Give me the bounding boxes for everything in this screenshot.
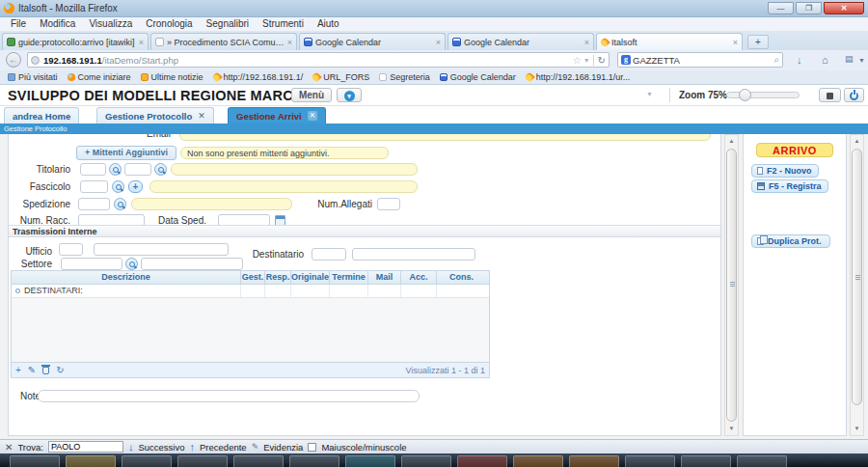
taskbar-button[interactable] — [569, 455, 619, 467]
titolario-code-input[interactable] — [80, 163, 106, 176]
back-button[interactable]: ← — [6, 52, 21, 68]
minimize-button[interactable]: — — [768, 2, 794, 14]
highlight-button[interactable]: Evidenzia — [263, 442, 303, 453]
fascicolo-add-icon[interactable]: + — [128, 180, 143, 193]
expand-icon[interactable] — [15, 288, 20, 293]
fascicolo-search-icon[interactable] — [112, 180, 124, 193]
destinatario-code-input[interactable] — [312, 248, 346, 261]
toolbar-caret-icon[interactable]: ▼ — [858, 57, 865, 64]
num-allegati-input[interactable] — [377, 198, 400, 210]
bookmark-google-calendar[interactable]: Google Calendar — [436, 72, 520, 82]
close-button[interactable]: ✕ — [824, 2, 864, 14]
col-acc[interactable]: Acc. — [401, 271, 437, 284]
menu-aiuto[interactable]: Aiuto — [311, 17, 346, 31]
browser-tab-gcal-2[interactable]: Google Calendar × — [448, 33, 594, 50]
taskbar-button[interactable] — [66, 455, 116, 467]
col-originale[interactable]: Originale — [291, 271, 330, 284]
scroll-down-icon[interactable]: ▼ — [851, 423, 863, 435]
bookmarks-menu-icon[interactable]: ▤ — [845, 54, 854, 64]
tab-close-icon[interactable]: ✕ — [198, 111, 205, 121]
app-tab-gestione-arrivi[interactable]: Gestione Arrivi ✕ — [228, 107, 326, 124]
table-row[interactable]: DESTINATARI: — [12, 285, 489, 298]
downloads-icon[interactable]: ↓ — [797, 54, 802, 66]
google-icon[interactable]: g — [621, 55, 631, 65]
taskbar-button[interactable] — [10, 455, 60, 467]
taskbar-button[interactable] — [345, 455, 395, 467]
app-menu-button[interactable]: Menù — [291, 88, 332, 102]
note-input[interactable] — [38, 390, 420, 402]
bookmark-piu-visitati[interactable]: Più visitati — [4, 72, 62, 82]
scrollbar-thumb[interactable] — [726, 149, 737, 422]
taskbar-button[interactable] — [737, 455, 787, 467]
form-scrollbar[interactable]: ▲ ▼ — [724, 134, 739, 436]
scroll-up-icon[interactable]: ▲ — [851, 135, 863, 148]
spedizione-search-icon[interactable] — [114, 198, 126, 210]
page-scrollbar[interactable]: ▲ ▼ — [850, 134, 864, 436]
app-tab-home[interactable]: andrea Home — [4, 107, 79, 124]
delete-row-icon[interactable] — [42, 367, 49, 374]
windows-taskbar[interactable] — [0, 453, 868, 467]
taskbar-button[interactable] — [233, 455, 284, 467]
browser-tab-scia[interactable]: » Procedimento SCIA Comune di Cor... × — [150, 33, 297, 50]
taskbar-button[interactable] — [289, 455, 339, 467]
find-input[interactable] — [48, 441, 123, 453]
taskbar-button[interactable] — [401, 455, 451, 467]
new-tab-button[interactable]: + — [747, 35, 769, 49]
add-row-icon[interactable]: + — [15, 364, 21, 377]
col-termine[interactable]: Termine — [330, 271, 368, 284]
titolario-sub-input[interactable] — [124, 163, 151, 176]
bookmark-come-iniziare[interactable]: Come iniziare — [64, 72, 135, 82]
tab-close-icon[interactable]: × — [139, 38, 144, 47]
tab-close-icon[interactable]: × — [584, 38, 589, 47]
mittenti-aggiuntivi-button[interactable]: + Mittenti Aggiuntivi — [76, 146, 176, 160]
bookmark-star-icon[interactable]: ☆ — [573, 55, 582, 66]
home-icon[interactable]: ⌂ — [822, 54, 828, 66]
taskbar-button[interactable] — [513, 455, 563, 467]
bookmark-italsoft-home[interactable]: http://192.168.191.1/ — [209, 72, 308, 82]
maximize-button[interactable]: ❐ — [796, 2, 822, 14]
browser-tab-itawiki[interactable]: guide:protocollo:arrivo [itawiki] × — [2, 33, 149, 50]
spedizione-input[interactable] — [78, 198, 110, 210]
edit-row-icon[interactable]: ✎ — [28, 364, 36, 377]
col-descrizione[interactable]: Descrizione — [12, 271, 241, 284]
menu-visualizza[interactable]: Visualizza — [82, 17, 139, 31]
find-next-button[interactable]: Successivo — [138, 442, 184, 453]
search-box[interactable]: g ⌕ — [617, 52, 783, 68]
titolario-search-icon[interactable] — [109, 163, 122, 176]
case-label[interactable]: Maiuscole/minuscole — [321, 442, 406, 453]
settore-description-input[interactable] — [141, 258, 243, 270]
case-checkbox[interactable] — [308, 443, 316, 452]
col-resp[interactable]: Resp. — [265, 271, 291, 284]
col-gest[interactable]: Gest. — [241, 271, 265, 284]
email-field[interactable] — [179, 134, 711, 141]
col-mail[interactable]: Mail — [368, 271, 401, 284]
reload-icon[interactable]: ↻ — [593, 55, 606, 66]
f5-registra-button[interactable]: F5 - Registra — [751, 179, 828, 193]
col-cons[interactable]: Cons. — [437, 271, 486, 284]
tab-close-icon[interactable]: × — [733, 38, 738, 47]
search-icon[interactable]: ⌕ — [773, 54, 779, 66]
browser-tab-italsoft[interactable]: Italsoft × — [596, 33, 743, 50]
taskbar-button[interactable] — [122, 455, 172, 467]
taskbar-button[interactable] — [625, 455, 675, 467]
reload-grid-icon[interactable]: ↻ — [56, 364, 64, 377]
close-findbar-icon[interactable]: ✕ — [5, 442, 13, 453]
scrollbar-thumb[interactable] — [852, 149, 862, 405]
find-prev-button[interactable]: Precedente — [200, 442, 247, 453]
theme-button[interactable] — [819, 88, 841, 102]
highlight-icon[interactable]: ✎ — [252, 442, 259, 452]
scroll-down-icon[interactable]: ▼ — [725, 423, 738, 435]
taskbar-button[interactable] — [457, 455, 507, 467]
zoom-slider-thumb[interactable] — [739, 89, 751, 101]
bookmark-italsoft-ur[interactable]: http://192.168.191.1/ur... — [522, 72, 635, 82]
f2-nuovo-button[interactable]: F2 - Nuovo — [751, 164, 819, 178]
bookmark-url-fors[interactable]: URL_FORS — [309, 72, 373, 82]
ufficio-description-input[interactable] — [94, 243, 229, 256]
titolario-sub-search-icon[interactable] — [154, 163, 167, 176]
find-prev-icon[interactable]: ↑ — [190, 441, 196, 453]
url-dropdown-icon[interactable]: ▼ — [583, 57, 590, 64]
settore-input[interactable] — [61, 258, 122, 270]
url-bar[interactable]: 192.168.191.1 /itaDemo/Start.php ☆ ▼ ↻ — [27, 52, 610, 68]
tab-close-icon[interactable]: × — [287, 38, 292, 47]
zoom-slider[interactable] — [726, 92, 800, 98]
